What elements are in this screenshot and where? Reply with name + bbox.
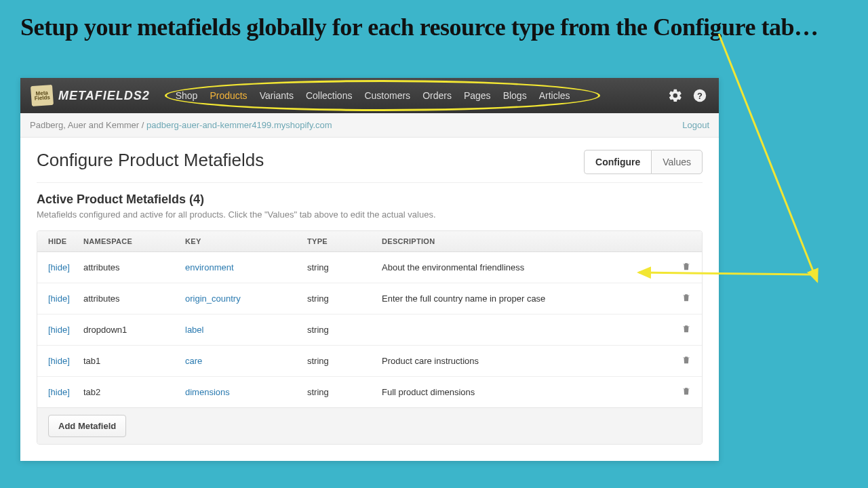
- cell-description: Full product dimensions: [382, 387, 664, 397]
- svg-line-3: [719, 34, 817, 281]
- trash-icon[interactable]: [682, 388, 691, 398]
- key-link[interactable]: origin_country: [185, 293, 241, 304]
- svg-text:?: ?: [697, 91, 703, 101]
- logo-icon: Meta Fields: [31, 85, 54, 106]
- breadcrumb-store: Padberg, Auer and Kemmer: [30, 120, 139, 130]
- table-row: [hide]attributesorigin_countrystringEnte…: [37, 283, 702, 314]
- title-row: Configure Product Metafields ConfigureVa…: [37, 150, 703, 183]
- cell-type: string: [307, 387, 382, 397]
- breadcrumb-domain[interactable]: padberg-auer-and-kemmer4199.myshopify.co…: [146, 120, 332, 130]
- section-subtitle: Metafields configured and active for all…: [37, 209, 703, 220]
- tab-configure[interactable]: Configure: [584, 150, 651, 174]
- add-metafield-button[interactable]: Add Metafield: [48, 415, 126, 437]
- topbar-right: ?: [667, 87, 708, 104]
- app-window: Meta Fields METAFIELDS2 ShopProductsVari…: [20, 78, 719, 461]
- col-description: DESCRIPTION: [382, 237, 664, 245]
- trash-icon[interactable]: [682, 263, 691, 273]
- cell-namespace: attributes: [83, 293, 185, 304]
- cell-description: About the environmental friendliness: [382, 262, 664, 272]
- nav-item-customers[interactable]: Customers: [364, 90, 410, 101]
- table-row: [hide]tab1carestringProduct care instruc…: [37, 346, 702, 377]
- logout-link[interactable]: Logout: [682, 120, 709, 130]
- cell-namespace: dropdown1: [83, 325, 185, 335]
- breadcrumb: Padberg, Auer and Kemmer / padberg-auer-…: [20, 113, 719, 138]
- section-title: Active Product Metafields (4): [37, 192, 703, 207]
- help-icon[interactable]: ?: [692, 87, 708, 104]
- hero-heading: Setup your metafields globally for each …: [0, 0, 868, 48]
- nav-item-articles[interactable]: Articles: [539, 90, 570, 101]
- nav-item-products[interactable]: Products: [210, 90, 247, 101]
- hide-link[interactable]: [hide]: [48, 356, 70, 366]
- table-row: [hide]tab2dimensionsstringFull product d…: [37, 377, 702, 407]
- trash-icon[interactable]: [682, 325, 691, 336]
- hide-link[interactable]: [hide]: [48, 293, 70, 304]
- col-type: TYPE: [307, 237, 382, 245]
- hide-link[interactable]: [hide]: [48, 387, 70, 397]
- trash-icon[interactable]: [682, 357, 691, 367]
- tab-group: ConfigureValues: [584, 150, 703, 174]
- cell-type: string: [307, 325, 382, 335]
- table-footer: Add Metafield: [37, 407, 702, 444]
- breadcrumb-sep: /: [139, 120, 146, 130]
- topbar: Meta Fields METAFIELDS2 ShopProductsVari…: [20, 78, 719, 113]
- cell-namespace: attributes: [83, 262, 185, 272]
- cell-type: string: [307, 356, 382, 366]
- trash-icon[interactable]: [682, 294, 691, 304]
- cell-description: Enter the full country name in proper ca…: [382, 293, 664, 304]
- key-link[interactable]: environment: [185, 262, 234, 272]
- gear-icon[interactable]: [667, 87, 684, 104]
- nav-item-variants[interactable]: Variants: [260, 90, 294, 101]
- page-title: Configure Product Metafields: [37, 150, 264, 171]
- nav-item-blogs[interactable]: Blogs: [503, 90, 527, 101]
- brand-name: METAFIELDS2: [58, 89, 150, 103]
- nav-item-pages[interactable]: Pages: [464, 90, 491, 101]
- col-hide: HIDE: [48, 237, 83, 245]
- table-row: [hide]attributesenvironmentstringAbout t…: [37, 252, 702, 283]
- nav-item-shop[interactable]: Shop: [176, 90, 198, 101]
- cell-type: string: [307, 262, 382, 272]
- cell-type: string: [307, 293, 382, 304]
- topnav: ShopProductsVariantsCollectionsCustomers…: [176, 90, 667, 101]
- key-link[interactable]: dimensions: [185, 387, 230, 397]
- table-row: [hide]dropdown1labelstring: [37, 314, 702, 346]
- key-link[interactable]: care: [185, 356, 202, 366]
- tab-values[interactable]: Values: [651, 150, 703, 174]
- content: Configure Product Metafields ConfigureVa…: [20, 138, 719, 461]
- metafields-table: HIDE NAMESPACE KEY TYPE DESCRIPTION [hid…: [37, 230, 703, 445]
- col-namespace: NAMESPACE: [83, 237, 185, 245]
- table-header: HIDE NAMESPACE KEY TYPE DESCRIPTION: [37, 231, 702, 252]
- hide-link[interactable]: [hide]: [48, 262, 70, 272]
- key-link[interactable]: label: [185, 325, 203, 335]
- cell-namespace: tab2: [83, 387, 185, 397]
- nav-item-collections[interactable]: Collections: [306, 90, 352, 101]
- col-actions: [664, 237, 691, 245]
- hide-link[interactable]: [hide]: [48, 325, 70, 335]
- col-key: KEY: [185, 237, 307, 245]
- cell-description: Product care instructions: [382, 356, 664, 366]
- nav-item-orders[interactable]: Orders: [422, 90, 452, 101]
- cell-namespace: tab1: [83, 356, 185, 366]
